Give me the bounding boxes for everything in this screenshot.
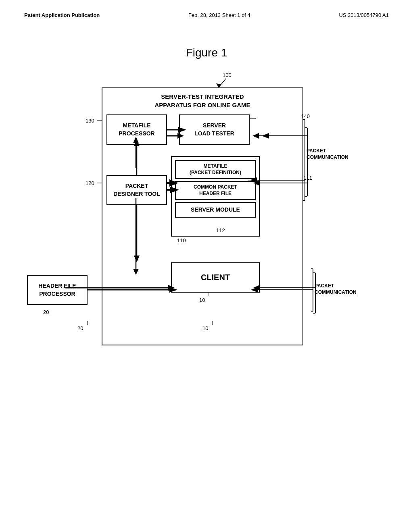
- header-file-processor-line1: HEADER FILE: [38, 282, 76, 290]
- ref-120-label: 120: [86, 180, 94, 186]
- server-load-tester-box: SERVER LOAD TESTER: [179, 114, 250, 145]
- svg-marker-1: [216, 83, 221, 87]
- ref-111-label: 111: [303, 175, 312, 181]
- ref-10-below-label: 10: [202, 325, 208, 331]
- ref-20-label: 20: [43, 309, 49, 315]
- ref-110-label: 110: [177, 237, 186, 243]
- metafile-processor-line1: METAFILE: [119, 122, 154, 130]
- packet-comm-1-line1: PACKET: [307, 148, 326, 154]
- common-packet-box: COMMON PACKET HEADER FILE: [175, 181, 256, 200]
- ref-10-label: 10: [199, 297, 205, 303]
- svg-marker-29: [134, 256, 140, 262]
- server-module-box: SERVER MODULE: [175, 202, 256, 217]
- page-header: Patent Application Publication Feb. 28, …: [0, 0, 413, 22]
- packet-comm-2-label: PACKET COMMUNICATION: [315, 283, 357, 295]
- packet-designer-line1: PACKET: [113, 182, 160, 190]
- server-load-tester-line1: SERVER: [194, 122, 234, 130]
- svg-line-0: [219, 79, 226, 87]
- metafile-def-line1: METAFILE: [177, 163, 253, 170]
- inner-box-110: METAFILE (PACKET DEFINITION) COMMON PACK…: [171, 156, 260, 237]
- server-load-tester-line2: LOAD TESTER: [194, 130, 234, 138]
- header-file-processor-line2: PROCESSOR: [38, 290, 76, 298]
- metafile-def-line2: (PACKET DEFINITION): [177, 170, 253, 176]
- packet-designer-line2: DESIGNER TOOL: [113, 190, 160, 198]
- metafile-processor-line2: PROCESSOR: [119, 130, 154, 138]
- diagram-area: 100: [65, 71, 348, 386]
- common-packet-line1: COMMON PACKET: [177, 184, 253, 191]
- ref-130-label: 130: [86, 118, 94, 124]
- packet-comm-2-line2: COMMUNICATION: [315, 289, 357, 295]
- header-right: US 2013/0054790 A1: [339, 12, 389, 18]
- packet-comm-1-label: PACKET COMMUNICATION: [307, 148, 348, 160]
- ref-20-below-label: 20: [77, 325, 83, 331]
- client-box: CLIENT: [171, 262, 260, 293]
- header-file-processor-box: HEADER FILE PROCESSOR: [27, 275, 88, 305]
- ref-112-label: 112: [216, 227, 225, 233]
- outer-box-title: SERVER-TEST INTEGRATED APPARATUS FOR ONL…: [102, 88, 302, 112]
- common-packet-line2: HEADER FILE: [177, 191, 253, 197]
- packet-comm-1-line2: COMMUNICATION: [307, 154, 348, 160]
- outer-box-title-line1: SERVER-TEST INTEGRATED: [161, 93, 244, 100]
- metafile-def-box: METAFILE (PACKET DEFINITION): [175, 160, 256, 179]
- outer-box-title-line2: APPARATUS FOR ONLINE GAME: [155, 102, 250, 108]
- metafile-processor-box: METAFILE PROCESSOR: [106, 114, 167, 145]
- ref-100-label: 100: [223, 72, 232, 78]
- figure-title: Figure 1: [0, 46, 413, 59]
- packet-comm-2-line1: PACKET: [315, 283, 334, 289]
- client-text: CLIENT: [201, 273, 230, 282]
- outer-box: SERVER-TEST INTEGRATED APPARATUS FOR ONL…: [102, 87, 303, 345]
- packet-designer-box: PACKET DESIGNER TOOL: [106, 175, 167, 205]
- header-center: Feb. 28, 2013 Sheet 1 of 4: [188, 12, 250, 18]
- ref-140-label: 140: [301, 113, 310, 119]
- server-module-text: SERVER MODULE: [191, 206, 240, 213]
- header-left: Patent Application Publication: [24, 12, 100, 18]
